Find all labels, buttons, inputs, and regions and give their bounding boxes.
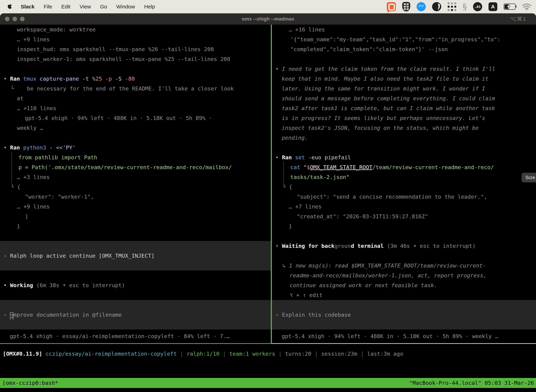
- wifi-icon[interactable]: [522, 3, 531, 10]
- terminal-line: [0, 271, 271, 280]
- text-segment: └: [10, 184, 17, 190]
- text-segment: ›: [4, 312, 10, 318]
- text-segment: … +7 lines: [289, 203, 322, 210]
- keyboard-a-icon[interactable]: A: [488, 2, 497, 11]
- window-title: omx --xhigh --madmax: [0, 13, 536, 25]
- terminal-line: later. Using the same for transition mig…: [272, 84, 536, 93]
- terminal-line: readme-and-reco/mailbox/worker-1.json, a…: [272, 271, 536, 280]
- output-connector-line: [12, 152, 12, 183]
- text-segment: ": [346, 174, 349, 180]
- text-segment: ]: [25, 213, 28, 219]
- key-a-label: A: [488, 2, 497, 11]
- menu-item-go[interactable]: Go: [100, 4, 107, 10]
- squiggle-icon[interactable]: §: [463, 2, 467, 11]
- text-segment: •: [275, 243, 282, 249]
- text-segment: ›: [275, 312, 282, 318]
- text-segment: [OMX#0.11.9]: [3, 350, 42, 357]
- terminal-line: [0, 261, 271, 271]
- text-segment: keep that in mind. Maybe I also need the…: [282, 75, 488, 82]
- window-title-bar[interactable]: omx --xhigh --madmax ⌥⌘1: [0, 13, 536, 25]
- text-segment: Ran: [282, 154, 295, 160]
- text-segment: p = Path('.omx/state/team/review-current…: [19, 164, 232, 170]
- terminal-line: '{"team_name":"my-team","task_id":"1","f…: [272, 34, 536, 44]
- menu-item-slack[interactable]: Slack: [21, 4, 34, 10]
- terminal-line: should send a message before completing …: [272, 93, 536, 103]
- text-segment: last:3m ago: [367, 350, 403, 357]
- text-segment: •: [275, 154, 282, 160]
- terminal-line: └ {: [272, 182, 536, 192]
- battery-icon[interactable]: [504, 4, 516, 10]
- terminal-line: gpt-5.4 xhigh · 94% left · 488K in · 5.1…: [0, 113, 271, 123]
- text-segment: └: [282, 184, 289, 190]
- text-segment: python3: [23, 144, 49, 151]
- terminal-line: task2 after task1 is complete, but can I…: [272, 103, 536, 113]
- text-segment: •: [4, 75, 10, 82]
- text-segment: session:23m: [321, 350, 357, 357]
- text-segment: ": [304, 164, 307, 170]
- text-segment: <<'PY': [56, 144, 76, 151]
- terminal-line: [272, 231, 536, 241]
- menu-item-window[interactable]: Window: [116, 4, 135, 10]
- terminal-line: • Ran set -euo pipefail: [272, 152, 536, 162]
- menu-item-file[interactable]: File: [44, 4, 52, 10]
- menu-item-help[interactable]: Help: [144, 4, 155, 10]
- text-segment: mprove documentation in @filename: [13, 312, 122, 318]
- menu-item-view[interactable]: View: [80, 4, 91, 10]
- text-segment: }: [289, 223, 292, 229]
- tmux-host-clock-label: "MacBook-Pro-44.local" 05:03 31-Mar-26: [409, 378, 536, 388]
- text-segment: inspect_worker-1: omx sparkshell --tmux-…: [17, 56, 230, 62]
- terminal-line: … +9 lines: [0, 34, 271, 44]
- terminal-line: tasks/task-2.json": [272, 172, 536, 182]
- terminal-line: ]: [0, 211, 271, 221]
- shield-grid-icon[interactable]: [402, 2, 410, 11]
- text-segment: task2 after task1 is complete, but can I…: [282, 105, 495, 111]
- text-segment: groun: [335, 243, 351, 249]
- text-segment: '{"team_name":"my-team","task_id":"1","f…: [290, 36, 500, 42]
- pie-chart-icon[interactable]: [432, 2, 441, 11]
- text-segment: tmux: [23, 75, 40, 82]
- text-segment: {: [289, 184, 292, 190]
- text-segment: -: [49, 144, 56, 151]
- terminal-line: └ be necessary for the end of the README…: [0, 84, 271, 93]
- terminal-line: "subject": "send a concise recommendatio…: [272, 192, 536, 202]
- text-segment: … +110 lines: [17, 105, 56, 111]
- dots-grid-icon[interactable]: [448, 2, 456, 11]
- text-segment: [42, 350, 46, 357]
- text-segment: cat: [290, 164, 304, 170]
- screenshot-overlay-chip[interactable]: Scre: [522, 173, 536, 182]
- messenger-icon[interactable]: [416, 2, 426, 11]
- text-segment: |: [177, 350, 187, 357]
- text-segment: •: [4, 144, 10, 151]
- text-segment: is in progress? It seems likely but perh…: [282, 115, 485, 121]
- apple-logo-icon[interactable]: [7, 4, 12, 9]
- text-segment: readme-and-reco/mailbox/worker-1.json, a…: [290, 272, 487, 279]
- terminal-line: }: [0, 221, 271, 231]
- terminal-line: [0, 300, 271, 310]
- omx-status-line: [OMX#0.11.9] cczip/essay/ai-reimplementa…: [3, 349, 403, 359]
- terminal-line: … +7 lines: [272, 202, 536, 211]
- terminal-line: is in progress? It seems likely but perh…: [272, 113, 536, 123]
- chat-bubble-icon[interactable]: [387, 2, 396, 11]
- menu-items: Slack File Edit View Go Window Help: [21, 4, 155, 10]
- text-segment: %25: [92, 75, 105, 82]
- terminal-line: [272, 320, 536, 330]
- text-cursor: I: [10, 313, 13, 320]
- terminal-line: inspect task2's JSON, focusing on the st…: [272, 123, 536, 133]
- terminal-line: }: [272, 221, 536, 231]
- terminal-line: • Waiting for background terminal (3m 46…: [272, 241, 536, 251]
- text-segment: "created_at": "2026-03-31T11:59:27.816Z": [297, 213, 428, 219]
- text-segment: inspect task2's JSON, focusing on the st…: [282, 125, 479, 131]
- text-segment: -t: [82, 75, 92, 82]
- left-terminal-pane[interactable]: workspace_mode: worktree… +9 linesinspec…: [0, 25, 271, 344]
- terminal-line: … +3 lines: [0, 172, 271, 182]
- right-terminal-pane[interactable]: … +16 lines'{"team_name":"my-team","task…: [272, 25, 536, 344]
- menu-item-edit[interactable]: Edit: [61, 4, 71, 10]
- badge-61-icon[interactable]: ..61: [473, 2, 482, 11]
- text-segment: continue assigned work or next feasible …: [290, 282, 437, 288]
- terminal-line: › Improve documentation in @filename: [0, 310, 271, 320]
- terminal-content: workspace_mode: worktree… +9 linesinspec…: [0, 25, 536, 344]
- terminal-line: › Ralph loop active continue [OMX_TMUX_I…: [0, 251, 271, 261]
- terminal-line: … +110 lines: [0, 103, 271, 113]
- text-segment: •: [275, 66, 282, 72]
- terminal-line: cat "$OMX_TEAM_STATE_ROOT/team/review-cu…: [272, 162, 536, 172]
